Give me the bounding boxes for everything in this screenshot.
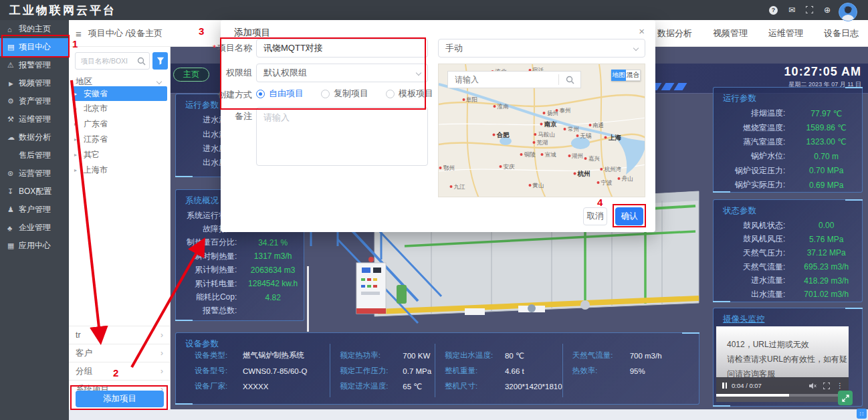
grid-icon: ▦ xyxy=(7,241,19,250)
tree-bottom-item[interactable]: 分组 › xyxy=(69,362,170,380)
sidebar-item[interactable]: ▦ 应用中心 xyxy=(0,237,69,255)
param-row: 累计耗电量:1284542 kw.h xyxy=(176,277,304,290)
chevron-down-icon xyxy=(156,79,162,84)
permission-group-value: 默认权限组 xyxy=(263,67,307,79)
region-item[interactable]: ▸ 其它 xyxy=(69,147,171,163)
filter-button[interactable] xyxy=(152,52,168,70)
cancel-button[interactable]: 取消 xyxy=(583,207,607,225)
app-window: 工业物联网云平台 ? ✉ ⊕ ⌂ 我的主页 ▤ 项目中心 xyxy=(0,0,868,420)
search-icon[interactable] xyxy=(566,76,574,84)
sidebar-item[interactable]: ↧ BOX配置 xyxy=(0,183,69,201)
region-item[interactable]: ▸ 上海市 xyxy=(69,163,171,178)
tree-search-input[interactable] xyxy=(80,56,137,66)
expand-arrow-icon[interactable]: ▸ xyxy=(74,121,84,127)
search-icon[interactable] xyxy=(137,57,146,66)
add-project-button[interactable]: 添加项目 xyxy=(76,391,164,407)
map-city-label: 鄂州 xyxy=(439,165,455,173)
sidebar-item-label: 售后管理 xyxy=(19,150,51,161)
mode-select[interactable]: 手动 xyxy=(438,39,645,58)
sidebar-item[interactable]: ⌂ 我的主页 xyxy=(0,20,69,38)
top-icon-group: ? ✉ ⊕ xyxy=(769,0,831,20)
device-param-row: 整机尺寸:3200*1420*1810 xyxy=(445,379,562,394)
camera-icon: ► xyxy=(7,80,19,88)
video-player[interactable]: 4012，URL过期或无效请检查请求URL的有效性，如有疑问请咨询客服 0:04… xyxy=(716,326,849,402)
sidebar-item[interactable]: ♣ 企业管理 xyxy=(0,219,69,237)
mail-icon[interactable]: ✉ xyxy=(788,6,795,14)
param-row: 制热量百分比:34.21 % xyxy=(176,236,304,249)
location-map[interactable]: 淮北宿迁阜阳淮南扬州泰州南京常州南通合肥马鞍山无锡芜湖上海铜陵宣城湖州嘉兴安庆鄂… xyxy=(438,64,645,197)
globe-icon[interactable]: ⊕ xyxy=(824,6,831,14)
radio-option[interactable]: 复制项目 xyxy=(321,88,368,100)
map-type-hybrid-button[interactable]: 混合 xyxy=(626,70,641,81)
sidebar-item[interactable]: ⚙ 资产管理 xyxy=(0,92,69,110)
corner-widget-icon[interactable]: ∷ xyxy=(857,409,867,419)
sidebar-item[interactable]: ♟ 客户管理 xyxy=(0,201,69,219)
video-fullscreen-icon[interactable] xyxy=(823,383,830,389)
kebab-menu-icon[interactable]: ⋮ xyxy=(837,382,843,389)
tree-bottom-item[interactable]: tr › xyxy=(69,326,170,344)
project-tree-panel: 地区 ▸ 安徽省 ▸ 北京市 ▸ 广东省 xyxy=(69,47,171,409)
run-params-card: 运行参数 排烟温度:77.97 ℃燃烧室温度:1589.86 ℃蒸汽室温度:13… xyxy=(713,87,863,193)
map-search-input[interactable] xyxy=(453,74,558,85)
map-city-label: 合肥 xyxy=(493,131,510,140)
map-city-label: 宣城 xyxy=(541,151,556,159)
region-label: 安徽省 xyxy=(84,88,108,100)
tab-home[interactable]: 主页 xyxy=(173,68,209,82)
nav-tab[interactable]: 运维管理 xyxy=(768,27,803,39)
sidebar-item[interactable]: ☁ 数据分析 xyxy=(0,128,69,146)
region-item[interactable]: ▸ 江苏省 xyxy=(69,132,171,147)
card-title: 运行参数 xyxy=(723,93,756,104)
map-type-map-button[interactable]: 地图 xyxy=(611,70,626,81)
map-city-label: 阜阳 xyxy=(462,96,477,104)
remark-textarea[interactable] xyxy=(256,107,428,166)
nav-tab[interactable]: 视频管理 xyxy=(713,27,748,39)
param-row: 排烟温度:77.97 ℃ xyxy=(714,106,862,120)
expand-arrow-icon[interactable]: ▸ xyxy=(74,167,84,173)
sidebar-item[interactable]: ⚒ 运维管理 xyxy=(0,110,69,128)
sidebar-item[interactable]: ⊛ 运营管理 xyxy=(0,165,69,183)
param-row: 燃烧室温度:1589.86 ℃ xyxy=(714,120,862,134)
radio-option[interactable]: 自由项目 xyxy=(256,88,304,100)
nav-tab[interactable]: 数据分析 xyxy=(657,27,692,39)
status-params-card: 状态参数 鼓风机状态:0.00鼓风机风压:5.76 MPa天然气压力:37.12… xyxy=(713,199,863,302)
muted-speaker-icon[interactable] xyxy=(809,383,817,389)
region-item[interactable]: ▸ 广东省 xyxy=(69,116,171,132)
hamburger-icon[interactable]: ≡ xyxy=(76,28,82,39)
region-item[interactable]: ▸ 北京市 xyxy=(69,101,171,116)
map-city-label: 湖州 xyxy=(568,152,583,161)
region-item[interactable]: ▸ 安徽省 xyxy=(72,86,167,101)
sidebar-item[interactable]: 售后管理 xyxy=(0,146,69,165)
top-bar: 工业物联网云平台 ? ✉ ⊕ xyxy=(0,0,868,20)
device-param-row: 额定工作压力:0.7 MPa xyxy=(340,363,435,379)
map-city-label: 安庆 xyxy=(500,163,515,171)
param-row: 天然气流量:695.23 m3/h xyxy=(714,260,862,274)
permission-group-select[interactable]: 默认权限组 xyxy=(256,64,428,82)
close-icon[interactable]: × xyxy=(639,25,645,37)
fullscreen-icon[interactable] xyxy=(806,6,813,15)
project-name-input[interactable] xyxy=(256,39,428,58)
radio-option[interactable]: 模板项目 xyxy=(386,88,433,100)
param-row: 累计制热量:2063634 m3 xyxy=(176,264,304,277)
device-param-row: 设备厂家:XXXXX xyxy=(195,379,330,394)
expand-arrow-icon[interactable]: ▸ xyxy=(74,106,84,112)
expand-video-button[interactable] xyxy=(838,391,853,405)
video-time: 0:04 / 0:07 xyxy=(732,382,762,389)
cluster-icon: ⊛ xyxy=(7,169,19,178)
tree-bottom-item[interactable]: 客户 › xyxy=(69,344,170,362)
expand-arrow-icon[interactable]: ▸ xyxy=(74,91,84,97)
confirm-button[interactable]: 确认 xyxy=(615,207,643,225)
avatar[interactable] xyxy=(839,3,857,21)
nav-tab[interactable]: 设备日志 xyxy=(824,27,859,39)
app-title: 工业物联网云平台 xyxy=(9,3,116,18)
help-icon[interactable]: ? xyxy=(769,6,778,15)
pause-icon[interactable] xyxy=(722,383,727,389)
map-city-label: 舟山 xyxy=(618,175,633,183)
sidebar-item[interactable]: ▤ 项目中心 xyxy=(0,38,69,56)
sidebar-item[interactable]: ⚠ 报警管理 xyxy=(0,56,69,74)
video-error-message: 4012，URL过期或无效请检查请求URL的有效性，如有疑问请咨询客服 xyxy=(716,326,849,382)
sidebar-item[interactable]: ► 视频管理 xyxy=(0,74,69,92)
expand-arrow-icon[interactable]: ▸ xyxy=(74,152,84,158)
map-city-label: 上海 xyxy=(605,134,621,142)
expand-arrow-icon[interactable]: ▸ xyxy=(74,136,84,142)
map-city-label: 宁波 xyxy=(597,179,613,187)
